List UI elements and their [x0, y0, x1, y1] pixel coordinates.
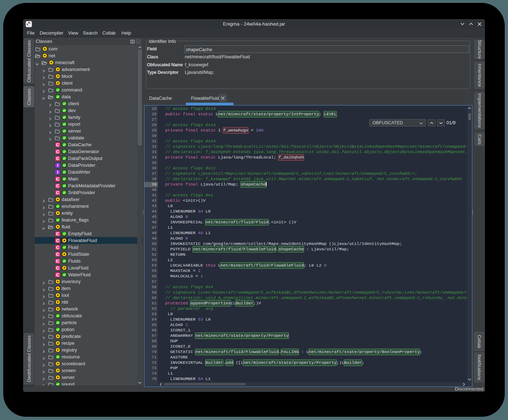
svg-text:C: C: [56, 231, 59, 236]
svg-text:C: C: [56, 149, 59, 154]
svg-text:C: C: [56, 190, 59, 195]
svg-text:C: C: [56, 177, 59, 181]
svg-text:C: C: [56, 245, 59, 250]
svg-text:I: I: [57, 170, 58, 174]
svg-text:C: C: [56, 272, 59, 277]
svg-text:C: C: [56, 142, 59, 147]
svg-text:C: C: [56, 238, 59, 243]
svg-text:I: I: [57, 163, 58, 167]
svg-text:C: C: [56, 259, 59, 263]
svg-text:C: C: [56, 183, 59, 188]
svg-text:C: C: [56, 252, 59, 256]
svg-text:C: C: [56, 156, 59, 161]
svg-text:C: C: [56, 265, 59, 270]
